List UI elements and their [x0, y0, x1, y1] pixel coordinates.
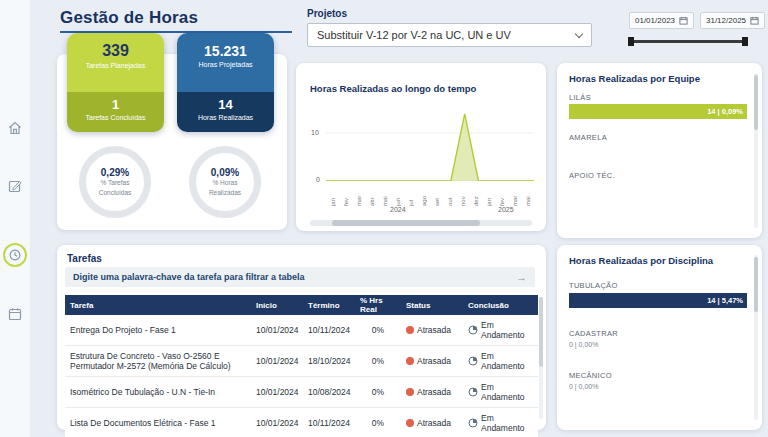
x-axis-label: fev — [495, 184, 508, 206]
cell-termino: 18/10/2024 — [303, 351, 355, 371]
in-progress-icon — [468, 356, 478, 366]
col-header-status[interactable]: Status — [401, 301, 463, 310]
col-header-conclusao[interactable]: Conclusão — [463, 301, 538, 310]
cell-status: Atrasada — [401, 382, 463, 402]
discipline-bar-value: 14 | 5,47% — [707, 296, 743, 305]
cell-pct: 0% — [355, 382, 401, 402]
team-vertical-scrollbar[interactable] — [754, 73, 758, 228]
y-tick-0: 0 — [316, 176, 320, 183]
in-progress-icon — [468, 387, 478, 397]
hours-by-team-panel: Horas Realizadas por Equipe LILÁS 14 | 0… — [557, 63, 762, 238]
chart-scrollbar-thumb[interactable] — [332, 220, 480, 226]
x-axis-label: fev — [339, 184, 352, 206]
concluded-tasks-section: 1 Tarefas Concluídas — [67, 92, 164, 132]
cell-pct: 0% — [355, 320, 401, 340]
discipline-zero-value: 0 | 0,00% — [569, 383, 598, 390]
table-row[interactable]: Isométrico De Tubulação - U.N - Tie-In 1… — [65, 377, 538, 408]
col-header-inicio[interactable]: Início — [251, 301, 303, 310]
projects-dropdown[interactable]: Substituir V-12 por V-2 na UC, UN e UV — [307, 23, 592, 47]
cell-pct: 0% — [355, 351, 401, 371]
cell-tarefa: Estrutura De Concreto - Vaso O-2560 E Pe… — [65, 346, 251, 376]
x-axis-label: jul — [404, 184, 417, 206]
status-text: Atrasada — [417, 356, 451, 366]
table-row[interactable]: Lista De Documentos Elétrica - Fase 1 10… — [65, 408, 538, 437]
tasks-scrollbar-thumb[interactable] — [539, 297, 543, 367]
pct-tasks-value: 0,29% — [101, 167, 129, 178]
chart-horizontal-scrollbar[interactable] — [310, 220, 532, 226]
concluded-tasks-value: 1 — [67, 97, 164, 112]
conclusao-text: Em Andamento — [481, 413, 533, 433]
cell-conclusao: Em Andamento — [463, 377, 538, 407]
x-axis-label: mai — [378, 184, 391, 206]
team-category-label: AMARELA — [569, 133, 607, 142]
status-late-icon — [406, 357, 414, 365]
task-search-input[interactable] — [73, 272, 510, 282]
discipline-zero-value: 0 | 0,00% — [569, 341, 598, 348]
status-late-icon — [406, 326, 414, 334]
home-icon[interactable] — [7, 120, 23, 136]
clock-icon[interactable] — [3, 243, 27, 267]
cell-inicio: 10/01/2024 — [251, 382, 303, 402]
team-category-label: APOIO TÉC. — [569, 171, 615, 180]
col-header-tarefa[interactable]: Tarefa — [65, 301, 251, 310]
table-row[interactable]: Estrutura De Concreto - Vaso O-2560 E Pe… — [65, 346, 538, 377]
x-axis-label: nov — [456, 184, 469, 206]
cell-tarefa: Lista De Documentos Elétrica - Fase 1 — [65, 413, 251, 433]
edit-icon[interactable] — [7, 178, 23, 194]
col-header-pct[interactable]: % Hrs Real — [355, 296, 401, 314]
slider-handle-start[interactable] — [628, 37, 634, 46]
sidebar — [0, 0, 30, 437]
table-row[interactable]: Entrega Do Projeto - Fase 1 10/01/2024 1… — [65, 315, 538, 346]
tasks-kpi-card: 339 Tarefas Planejadas 1 Tarefas Concluí… — [67, 33, 164, 132]
cell-status: Atrasada — [401, 413, 463, 433]
y-tick-10: 10 — [311, 129, 319, 136]
pct-hours-value: 0,09% — [211, 167, 239, 178]
cell-conclusao: Em Andamento — [463, 408, 538, 437]
pct-hours-label-2: Realizadas — [209, 189, 241, 197]
date-start-field[interactable]: 01/01/2023 — [629, 12, 694, 29]
x-axis-label: jan — [482, 184, 495, 206]
x-axis-label: out — [443, 184, 456, 206]
pct-tasks-donut: 0,29% % Tarefas Concluídas — [79, 146, 151, 218]
x-axis-label: jun — [391, 184, 404, 206]
cell-inicio: 10/01/2024 — [251, 320, 303, 340]
realized-hours-section: 14 Horas Realizadas — [177, 92, 274, 132]
x-axis-label: ago — [417, 184, 430, 206]
pct-hours-donut: 0,09% % Horas Realizadas — [189, 146, 261, 218]
x-axis-label: dez — [469, 184, 482, 206]
cell-tarefa: Isométrico De Tubulação - U.N - Tie-In — [65, 382, 251, 402]
calendar-icon[interactable] — [7, 306, 23, 322]
date-range-slider[interactable] — [628, 36, 748, 46]
tasks-vertical-scrollbar[interactable] — [539, 297, 543, 419]
in-progress-icon — [468, 325, 478, 335]
cell-pct: 0% — [355, 413, 401, 433]
team-scrollbar-thumb[interactable] — [754, 75, 758, 130]
discipline-vertical-scrollbar[interactable] — [754, 255, 758, 420]
conclusao-text: Em Andamento — [481, 382, 533, 402]
tasks-table-header[interactable]: Tarefa Início Término % Hrs Real Status … — [65, 295, 538, 315]
discipline-scrollbar-thumb[interactable] — [754, 257, 758, 312]
calendar-small-icon — [679, 16, 688, 25]
pct-tasks-label-1: % Tarefas — [101, 179, 130, 187]
x-axis-labels: janfevmarabrmaijunjulagosetoutnovdezjanf… — [326, 184, 534, 206]
projects-dropdown-value: Substituir V-12 por V-2 na UC, UN e UV — [317, 29, 511, 41]
tasks-table: Tarefa Início Término % Hrs Real Status … — [65, 295, 538, 437]
date-end-field[interactable]: 31/12/2025 — [700, 12, 765, 29]
cell-status: Atrasada — [401, 320, 463, 340]
chart-title: Horas Realizadas ao longo do tempo — [310, 83, 476, 94]
discipline-bar-tubulacao[interactable]: 14 | 5,47% — [569, 293, 747, 308]
task-search-box[interactable]: → — [65, 267, 535, 287]
cell-termino: 10/11/2024 — [303, 320, 355, 340]
team-category-label: LILÁS — [569, 93, 591, 102]
team-bar-lilas[interactable]: 14 | 0,09% — [569, 104, 747, 119]
col-header-termino[interactable]: Término — [303, 301, 355, 310]
discipline-panel-title: Horas Realizadas por Disciplina — [569, 255, 713, 266]
conclusao-text: Em Andamento — [481, 351, 533, 371]
x-axis-year-2025: 2025 — [498, 206, 514, 213]
chevron-down-icon — [575, 29, 583, 37]
hours-line-chart[interactable] — [326, 109, 534, 181]
search-arrow-icon[interactable]: → — [516, 271, 527, 283]
x-axis-label: abr — [365, 184, 378, 206]
slider-handle-end[interactable] — [742, 37, 748, 46]
x-axis-year-2024: 2024 — [390, 206, 406, 213]
